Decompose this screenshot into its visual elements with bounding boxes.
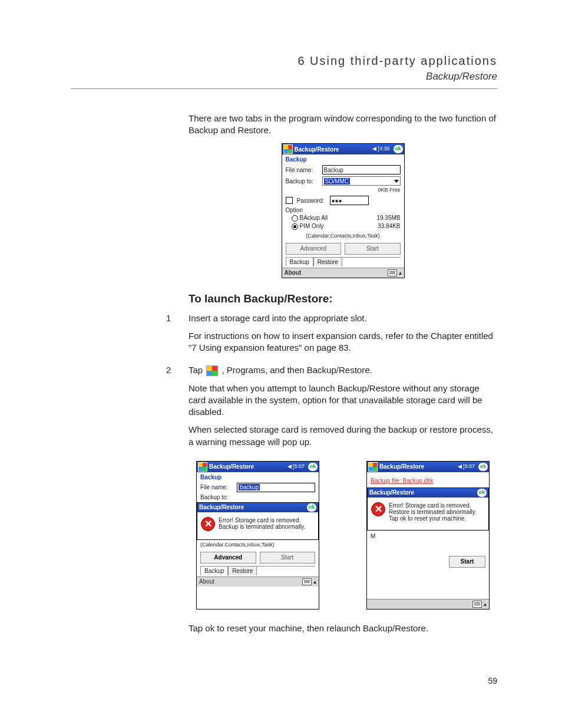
titlebar: Backup/Restore 4:36 ok [282, 144, 404, 154]
backupto-row: Backup to: SD/MMC [286, 176, 401, 186]
footer-icons [472, 601, 487, 608]
up-arrow-icon[interactable] [399, 269, 402, 276]
app-title: Backup/Restore [379, 463, 424, 470]
backup-all-size: 19.35MB [376, 215, 400, 222]
start-button[interactable]: Start [345, 243, 401, 255]
tab-strip: Backup Restore [286, 257, 401, 266]
side-char: M [371, 533, 485, 539]
launch-heading: To launch Backup/Restore: [189, 291, 497, 307]
closing-paragraph: Tap ok to reset your machine, then relau… [189, 622, 497, 634]
password-label: Password: [297, 197, 328, 204]
status-area: 4:36 [372, 146, 389, 153]
figure-2: Backup/Restore 5:07 ok Backup File name:… [196, 461, 319, 610]
clock: 5:07 [294, 464, 305, 470]
chapter-title: 6 Using third-party applications [71, 53, 497, 69]
radio-pim-only[interactable] [292, 223, 298, 230]
signal-icon [463, 463, 464, 470]
ok-button[interactable]: ok [394, 145, 403, 153]
speaker-icon [372, 146, 376, 152]
pim-only-size: 33.84KB [378, 223, 400, 230]
footer-about[interactable]: About [199, 578, 214, 585]
tab-backup[interactable]: Backup [286, 257, 313, 266]
error-icon: ✕ [371, 502, 385, 516]
step-1a: Insert a storage card into the appropria… [189, 312, 497, 324]
backupto-row: Backup to: [200, 494, 315, 500]
intro-paragraph: There are two tabs in the program window… [189, 113, 497, 137]
dialog-ok-button[interactable]: ok [307, 503, 316, 512]
window-body: Backup file: Backup.dbk Backup/Restore o… [367, 472, 489, 599]
step-1: 1 Insert a storage card into the appropr… [189, 312, 497, 360]
advanced-button[interactable]: Advanced [200, 552, 256, 564]
status-area: 5:07 [287, 463, 305, 470]
clock: 4:36 [379, 146, 390, 152]
filename-row: File name: backup [200, 483, 315, 492]
signal-icon [293, 463, 293, 470]
radio-backup-all[interactable] [292, 215, 298, 222]
windows-start-icon [206, 365, 218, 376]
dialog-title: Backup/Restore [199, 504, 244, 510]
backup-file-line: Backup file: Backup.dbk [371, 477, 485, 484]
up-arrow-icon[interactable] [313, 578, 316, 585]
backupto-combo[interactable]: SD/MMC [322, 176, 401, 186]
footer-bar: About [282, 268, 404, 278]
ok-button[interactable]: ok [308, 463, 318, 471]
body-column: There are two tabs in the program window… [189, 113, 497, 634]
filename-input[interactable]: backup [237, 483, 315, 492]
password-checkbox[interactable] [286, 197, 293, 204]
figure-3: Backup/Restore 5:07 ok Backup file: Back… [366, 461, 490, 610]
figures-row: Backup/Restore 5:07 ok Backup File name:… [189, 461, 497, 610]
option-backup-all: BAckup All 19.35MB [292, 215, 401, 222]
footer-about[interactable]: About [285, 269, 302, 276]
dialog-ok-button[interactable]: ok [477, 489, 487, 497]
option-pim-only: PIM Only 33.84KB [292, 223, 401, 230]
dialog-body: ✕ Error! Storage card is removed. Restor… [368, 498, 488, 530]
window-body: Backup File name: backup Backup to: Back… [197, 472, 319, 577]
dialog-titlebar: Backup/Restore ok [197, 503, 318, 512]
step-2a: Tap , Programs, and then Backup/Restore. [189, 364, 497, 376]
keyboard-icon[interactable] [388, 269, 397, 276]
tab-restore[interactable]: Restore [228, 566, 257, 575]
button-row: Start [371, 556, 485, 568]
error-message: Error! Storage card is removed. Restore … [389, 502, 485, 522]
advanced-button[interactable]: Advanced [286, 243, 342, 255]
filename-label: File name: [200, 484, 234, 490]
keyboard-icon[interactable] [302, 578, 312, 585]
section-label: Backup [200, 474, 315, 480]
speaker-icon [287, 464, 292, 470]
start-button[interactable]: Start [260, 552, 316, 564]
error-message: Error! Storage card is removed. Backup i… [219, 517, 315, 530]
step-1b: For instructions on how to insert expans… [189, 330, 497, 354]
step-1-number: 1 [166, 312, 189, 360]
step-2: 2 Tap , Programs, and then Backup/Restor… [189, 364, 497, 454]
filename-input[interactable]: Backup [322, 165, 401, 174]
page: 6 Using third-party applications Backup/… [0, 0, 562, 728]
window-body: Backup File name: Backup Backup to: SD/M… [282, 154, 404, 268]
titlebar: Backup/Restore 5:07 ok [197, 462, 319, 472]
free-space: 0KB Free [286, 187, 401, 193]
dialog-titlebar: Backup/Restore ok [368, 488, 488, 498]
figure-1-wrap: Backup/Restore 4:36 ok Backup File name:… [189, 143, 497, 278]
page-number: 59 [488, 676, 497, 687]
password-input[interactable]: ●●● [330, 196, 369, 205]
ok-button[interactable]: ok [478, 463, 488, 471]
error-dialog: Backup/Restore ok ✕ Error! Storage card … [367, 487, 489, 531]
step-2c: When selected storage card is removed du… [189, 424, 497, 448]
clock: 5:07 [464, 464, 475, 470]
start-button[interactable]: Start [449, 556, 485, 568]
option-label: Option [286, 207, 401, 213]
tab-restore[interactable]: Restore [313, 257, 342, 266]
signal-icon [378, 146, 378, 153]
section-label: Backup [286, 156, 401, 163]
windows-icon [368, 462, 378, 472]
up-arrow-icon[interactable] [484, 601, 487, 607]
button-row: Advanced Start [286, 243, 401, 255]
error-dialog: Backup/Restore ok ✕ Error! Storage card … [197, 502, 319, 540]
tab-strip: Backup Restore [200, 566, 315, 575]
dialog-body: ✕ Error! Storage card is removed. Backup… [197, 512, 318, 539]
speaker-icon [458, 464, 462, 470]
page-header: 6 Using third-party applications Backup/… [71, 53, 497, 84]
app-title: Backup/Restore [295, 146, 339, 153]
header-rule [71, 88, 497, 89]
tab-backup[interactable]: Backup [200, 566, 228, 575]
keyboard-icon[interactable] [472, 601, 482, 608]
